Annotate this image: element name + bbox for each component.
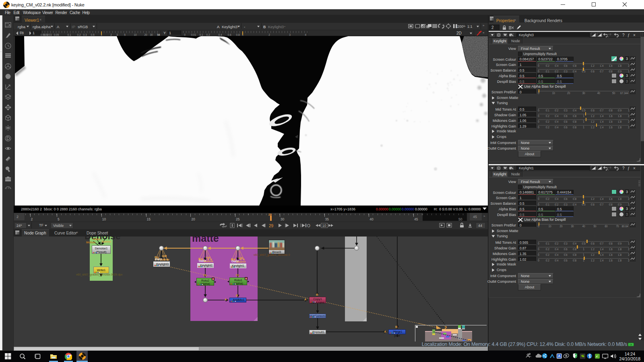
svg-text:f: f xyxy=(628,166,630,171)
svg-text:?: ? xyxy=(622,33,625,37)
svg-text:f: f xyxy=(628,33,630,37)
svg-text:×: × xyxy=(633,33,636,37)
svg-text:O: O xyxy=(307,224,310,228)
svg-text:×: × xyxy=(633,166,636,171)
svg-text:A: A xyxy=(558,354,560,358)
svg-text:?: ? xyxy=(622,166,625,171)
svg-text:29: 29 xyxy=(269,224,274,228)
svg-text:10: 10 xyxy=(322,224,326,228)
